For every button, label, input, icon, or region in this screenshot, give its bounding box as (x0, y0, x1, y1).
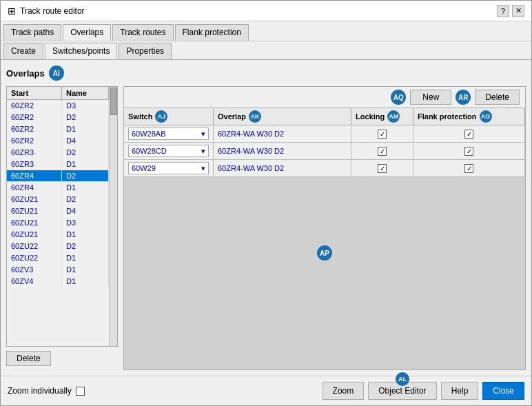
switch-select[interactable]: 60W28CD ▾ (128, 145, 209, 157)
tab-create[interactable]: Create (3, 43, 43, 59)
flank-checkbox[interactable]: ✓ (464, 164, 473, 173)
help-footer-button[interactable]: Help (441, 382, 479, 400)
list-cell-start: 60ZR4 (7, 170, 62, 182)
help-button[interactable]: ? (497, 5, 509, 17)
list-cell-name: D2 (62, 241, 109, 252)
main-window: ⊞ Track route editor ? ✕ Track paths Ove… (0, 0, 532, 406)
locking-checkbox[interactable]: ✓ (378, 130, 387, 139)
ak-badge: AK (249, 110, 261, 123)
cell-switch: 60W28AB ▾ (124, 125, 214, 142)
list-item[interactable]: 60ZU22 D2 (7, 241, 109, 252)
cell-flank: ✓ (413, 125, 525, 142)
scrollbar-thumb[interactable] (110, 88, 117, 115)
col-start-header: Start (7, 87, 62, 99)
dropdown-arrow-icon[interactable]: ▾ (201, 130, 205, 139)
list-item[interactable]: 60ZR2 D4 (7, 135, 109, 147)
empty-area: AP (124, 177, 525, 329)
tab-switches-points[interactable]: Switches/points (45, 43, 117, 59)
list-item[interactable]: 60ZR2 D3 (7, 100, 109, 112)
title-bar: ⊞ Track route editor ? ✕ (1, 1, 531, 21)
list-cell-name: D1 (62, 182, 109, 194)
table-row[interactable]: 60W29 ▾ 60ZR4-WA W30 D2 ✓ ✓ (124, 160, 525, 177)
list-item[interactable]: 60ZR3 D2 (7, 147, 109, 159)
content-area: Start Name 60ZR2 D3 60ZR2 D2 (6, 86, 526, 370)
list-item[interactable]: 60ZU21 D2 (7, 194, 109, 205)
list-delete-button[interactable]: Delete (6, 351, 51, 366)
col-name-header: Name (62, 87, 109, 99)
locking-checkbox[interactable]: ✓ (378, 164, 387, 173)
list-item[interactable]: 60ZR3 D1 (7, 159, 109, 170)
flank-checkbox[interactable]: ✓ (464, 130, 473, 139)
cell-overlap: 60ZR4-WA W30 D2 (214, 143, 351, 159)
close-button[interactable]: ✕ (512, 5, 524, 17)
list-item[interactable]: 60ZU22 D1 (7, 252, 109, 264)
section-title: Overlaps (6, 68, 45, 79)
list-cell-name: D2 (62, 147, 109, 159)
al-badge: AL (396, 372, 409, 386)
tabs-row1: Track paths Overlaps Track routes Flank … (1, 21, 531, 41)
ai-badge: AI (49, 65, 64, 81)
list-item[interactable]: 60ZU21 D1 (7, 229, 109, 241)
list-cell-start: 60ZU22 (7, 241, 62, 252)
tabs-row2: Create Switches/points Properties (1, 41, 531, 60)
scrollbar[interactable] (109, 87, 117, 346)
th-overlap: Overlap AK (214, 108, 351, 125)
table-row[interactable]: 60W28CD ▾ 60ZR4-WA W30 D2 ✓ ✓ (124, 143, 525, 160)
ap-badge: AP (317, 245, 332, 261)
list-cell-name: D1 (62, 159, 109, 170)
list-item[interactable]: 60ZV4 D1 (7, 276, 109, 287)
delete-btn-row: Delete (6, 347, 118, 370)
list-cell-start: 60ZR2 (7, 123, 62, 135)
app-icon: ⊞ (8, 6, 16, 17)
zoom-button[interactable]: Zoom (323, 382, 365, 400)
switch-select[interactable]: 60W28AB ▾ (128, 128, 209, 140)
list-item[interactable]: 60ZR2 D2 (7, 112, 109, 123)
zoom-individually-checkbox[interactable] (76, 387, 85, 396)
list-item[interactable]: 60ZR4 D1 (7, 182, 109, 194)
left-list-area: Start Name 60ZR2 D3 60ZR2 D2 (7, 87, 109, 346)
close-footer-button[interactable]: Close (482, 382, 524, 400)
dropdown-arrow-icon[interactable]: ▾ (201, 147, 205, 156)
list-cell-start: 60ZV3 (7, 264, 62, 276)
list-item[interactable]: 60ZR2 D1 (7, 123, 109, 135)
right-header-row: AQ New AR Delete (124, 87, 525, 108)
list-cell-name: D1 (62, 264, 109, 276)
list-item[interactable]: 60ZV3 D1 (7, 264, 109, 276)
tab-flank-protection[interactable]: Flank protection (175, 24, 249, 41)
list-cell-start: 60ZU21 (7, 194, 62, 205)
tab-track-routes[interactable]: Track routes (112, 24, 173, 41)
list-cell-name: D1 (62, 276, 109, 287)
object-editor-wrapper: AL Object Editor (368, 382, 436, 400)
cell-locking: ✓ (351, 143, 413, 159)
list-header: Start Name (7, 87, 109, 100)
locking-checkbox[interactable]: ✓ (378, 147, 387, 156)
ar-badge: AR (456, 90, 471, 105)
list-item-selected[interactable]: 60ZR4 D2 (7, 170, 109, 182)
flank-checkbox[interactable]: ✓ (464, 147, 473, 156)
list-cell-start: 60ZV4 (7, 276, 62, 287)
tab-track-paths[interactable]: Track paths (3, 24, 61, 41)
list-item[interactable]: 60ZU21 D3 (7, 217, 109, 229)
tab-overlaps[interactable]: Overlaps (63, 24, 111, 41)
switch-select[interactable]: 60W29 ▾ (128, 162, 209, 174)
cell-switch: 60W28CD ▾ (124, 143, 214, 159)
table-row[interactable]: 60W28AB ▾ 60ZR4-WA W30 D2 ✓ ✓ (124, 125, 525, 143)
new-button[interactable]: New (410, 90, 451, 105)
switch-value: 60W28AB (132, 130, 166, 138)
footer: Zoom individually Zoom AL Object Editor … (1, 376, 531, 405)
list-scroll[interactable]: 60ZR2 D3 60ZR2 D2 60ZR2 D1 (7, 100, 109, 346)
tab-properties[interactable]: Properties (119, 43, 172, 59)
footer-left: Zoom individually (8, 386, 318, 396)
th-locking-label: Locking (356, 112, 385, 121)
cell-overlap: 60ZR4-WA W30 D2 (214, 160, 351, 176)
cell-locking: ✓ (351, 125, 413, 142)
list-item[interactable]: 60ZU21 D4 (7, 205, 109, 217)
am-badge: AM (387, 110, 400, 123)
dropdown-arrow-icon[interactable]: ▾ (201, 164, 205, 173)
list-cell-start: 60ZU21 (7, 205, 62, 217)
switch-value: 60W28CD (132, 147, 167, 155)
delete-button[interactable]: Delete (475, 90, 520, 105)
list-cell-name: D4 (62, 135, 109, 147)
th-flank: Flank protection AO (413, 108, 525, 125)
list-cell-start: 60ZR4 (7, 182, 62, 194)
